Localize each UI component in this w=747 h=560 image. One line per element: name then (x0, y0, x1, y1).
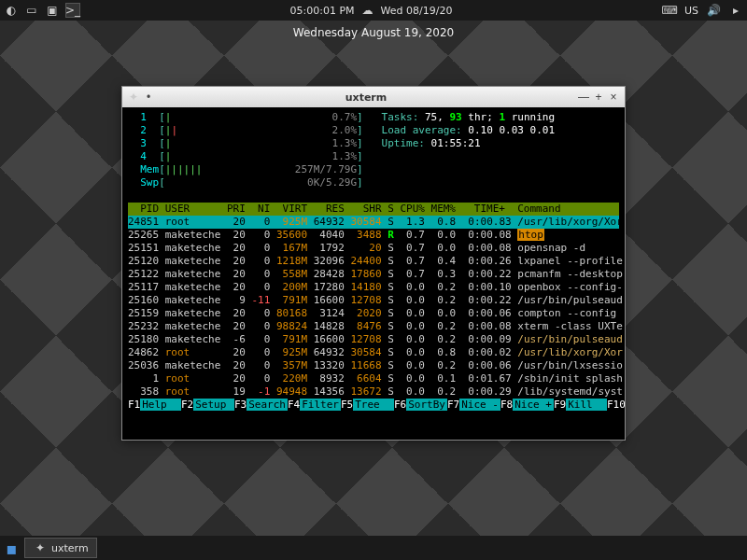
terminal-window: ✦ • uxterm — + × 1 [| 0.7%] Tasks: 75, 9… (121, 86, 626, 441)
clock-time: 05:00:01 PM (290, 5, 355, 17)
minimize-button[interactable]: — (576, 90, 591, 105)
maximize-button[interactable]: + (591, 90, 606, 105)
window-pin-button[interactable]: • (141, 90, 156, 105)
taskbar-app-uxterm[interactable]: ✦ uxterm (24, 538, 97, 558)
menu-icon[interactable]: ◐ (4, 3, 19, 18)
show-desktop-icon[interactable]: ▪ (4, 540, 19, 555)
desktop-date-label: Wednesday August 19, 2020 (0, 26, 747, 39)
taskbar-app-label: uxterm (51, 542, 89, 554)
browser-icon[interactable]: ▣ (45, 3, 60, 18)
clock-date: Wed 08/19/20 (381, 5, 453, 17)
close-button[interactable]: × (606, 90, 621, 105)
tray-arrow-icon[interactable]: ▸ (728, 3, 743, 18)
volume-icon[interactable]: 🔊 (706, 3, 721, 18)
keyboard-layout[interactable]: US (684, 5, 698, 17)
window-icon: ✦ (126, 90, 141, 105)
files-icon[interactable]: ▭ (24, 3, 39, 18)
terminal-content[interactable]: 1 [| 0.7%] Tasks: 75, 93 thr; 1 running … (122, 107, 625, 440)
bottom-taskbar: ▪ ✦ uxterm (0, 536, 747, 560)
top-panel: ◐ ▭ ▣ >_ 05:00:01 PM ☁ Wed 08/19/20 ⌨ US… (0, 0, 747, 21)
weather-icon: ☁ (360, 3, 375, 18)
window-title: uxterm (156, 91, 576, 104)
uxterm-task-icon: ✦ (33, 540, 48, 555)
window-titlebar[interactable]: ✦ • uxterm — + × (122, 87, 625, 107)
terminal-launcher-icon[interactable]: >_ (65, 3, 80, 18)
keyboard-icon[interactable]: ⌨ (662, 3, 677, 18)
